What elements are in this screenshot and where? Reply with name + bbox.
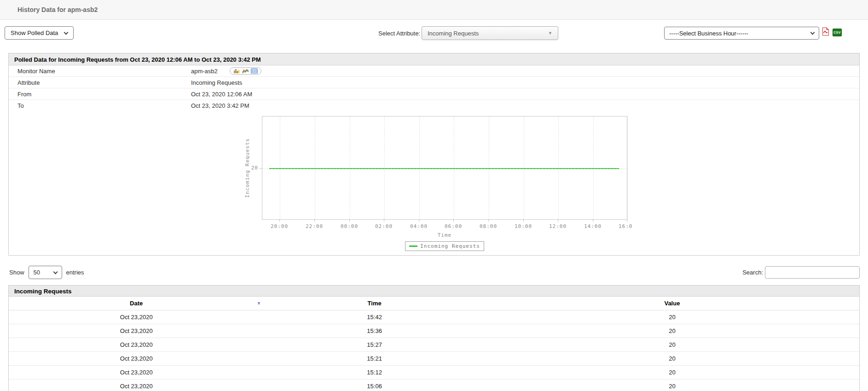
x-tick-label: 12:00 (540, 223, 575, 229)
to-value: Oct 23, 2020 3:42 PM (191, 102, 249, 109)
cell-date: Oct 23,2020 (9, 324, 264, 338)
dropdown-arrow-icon: ▼ (548, 31, 552, 35)
table-row: Oct 23,2020 15:12 20 (9, 365, 859, 379)
legend-label: Incoming Requests (420, 243, 480, 249)
x-tick-mark (349, 220, 350, 222)
x-tick-mark (558, 220, 558, 222)
cell-date: Oct 23,2020 (9, 310, 264, 324)
entries-per-page-select[interactable]: 50 (29, 266, 62, 279)
x-tick-label: 20:00 (262, 223, 297, 229)
cell-date: Oct 23,2020 (9, 351, 264, 365)
x-tick-label: 14:00 (575, 223, 610, 229)
from-value: Oct 23, 2020 12:06 AM (191, 91, 252, 98)
chevron-down-icon (810, 30, 815, 35)
cell-time: 15:21 (264, 351, 485, 365)
x-tick-label: 08:00 (471, 223, 506, 229)
x-tick-mark (419, 220, 419, 222)
chart-y-tick: 20 (242, 165, 258, 171)
table-row: Oct 23,2020 15:27 20 (9, 338, 859, 351)
search-label: Search: (742, 269, 763, 276)
x-tick-label: 04:00 (401, 223, 436, 229)
attribute-select[interactable]: Incoming Requests ▼ (422, 26, 558, 40)
x-tick-label: 02:00 (366, 223, 401, 229)
info-row-monitor-name: Monitor Name apm-asb2 (9, 65, 859, 77)
column-header-time[interactable]: Time (264, 297, 485, 310)
x-tick-label: 06:00 (436, 223, 471, 229)
x-tick-mark (488, 220, 489, 222)
info-label: Attribute (9, 79, 191, 86)
table-header-row: Date ▼ Time Value (9, 297, 859, 310)
cell-time: 15:12 (264, 365, 485, 379)
cell-value: 20 (485, 365, 859, 379)
monitor-view-switcher (230, 67, 261, 75)
table-row: Oct 23,2020 15:36 20 (9, 324, 859, 338)
x-tick-label: 16:00 (610, 223, 632, 229)
table-view-icon[interactable] (251, 68, 258, 74)
gridline (627, 117, 628, 219)
x-tick-mark (523, 220, 524, 222)
x-tick-mark (593, 220, 593, 222)
table-row: Oct 23,2020 15:42 20 (9, 310, 859, 324)
x-tick-mark (314, 220, 315, 222)
polled-data-panel: Polled Data for Incoming Requests from O… (8, 53, 860, 256)
x-tick-mark (627, 220, 627, 222)
chevron-down-icon (53, 269, 58, 274)
cell-time: 15:27 (264, 338, 485, 351)
attribute-select-value: Incoming Requests (428, 30, 479, 37)
show-polled-data-select[interactable]: Show Polled Data (5, 26, 74, 40)
chart-x-axis-label: Time (262, 232, 627, 238)
show-polled-data-value: Show Polled Data (11, 29, 58, 36)
incoming-requests-table-panel: Incoming Requests Date ▼ Time Value Oct … (8, 285, 860, 391)
table-controls-row: Show 50 entries Search: (8, 266, 860, 280)
controls-row: Show Polled Data Select Attribute: Incom… (0, 20, 868, 53)
cell-value: 20 (485, 338, 859, 351)
polled-data-header: Polled Data for Incoming Requests from O… (9, 53, 859, 65)
bar-chart-icon[interactable] (233, 68, 240, 74)
table-row: Oct 23,2020 15:06 20 (9, 379, 859, 391)
cell-value: 20 (485, 379, 859, 391)
info-label: To (9, 102, 191, 109)
page-header: History Data for apm-asb2 (0, 0, 868, 20)
table-row: Oct 23,2020 15:21 20 (9, 351, 859, 365)
cell-date: Oct 23,2020 (9, 365, 264, 379)
chart-plot-area (262, 116, 627, 220)
x-tick-mark (384, 220, 384, 222)
incoming-requests-table: Date ▼ Time Value Oct 23,2020 15:42 20 O… (9, 297, 859, 391)
info-row-attribute: Attribute Incoming Requests (9, 77, 859, 88)
column-header-value[interactable]: Value (485, 297, 859, 310)
sort-desc-icon[interactable]: ▼ (256, 301, 261, 306)
x-tick-label: 10:00 (506, 223, 541, 229)
polled-data-chart: Incoming Requests 20 20:00 (9, 111, 632, 255)
show-label: Show (9, 269, 24, 276)
info-row-to: To Oct 23, 2020 3:42 PM (9, 100, 859, 111)
search-input[interactable] (765, 266, 860, 279)
x-tick-label: 22:00 (297, 223, 332, 229)
monitor-name-value: apm-asb2 (191, 68, 218, 75)
cell-time: 15:36 (264, 324, 485, 338)
business-hour-select[interactable]: -----Select Business Hour------ (664, 27, 819, 40)
entries-label: entries (66, 269, 84, 276)
cell-time: 15:42 (264, 310, 485, 324)
cell-date: Oct 23,2020 (9, 338, 264, 351)
x-tick-label: 00:00 (332, 223, 367, 229)
x-tick-mark (453, 220, 454, 222)
select-attribute-label: Select Attribute: (378, 30, 420, 37)
cell-date: Oct 23,2020 (9, 379, 264, 391)
info-label: From (9, 91, 191, 98)
cell-time: 15:06 (264, 379, 485, 391)
entries-per-page-value: 50 (34, 269, 40, 276)
business-hour-value: -----Select Business Hour------ (669, 30, 748, 37)
legend-line-swatch (409, 245, 417, 247)
column-header-date[interactable]: Date ▼ (9, 297, 264, 310)
line-chart-icon[interactable] (242, 68, 249, 74)
incoming-requests-series-line (269, 168, 619, 169)
export-actions: CSV (822, 27, 842, 38)
chevron-down-icon (64, 30, 69, 35)
page-title: History Data for apm-asb2 (0, 0, 868, 13)
pdf-export-icon[interactable] (822, 27, 829, 38)
table-title: Incoming Requests (9, 286, 859, 297)
info-row-from: From Oct 23, 2020 12:06 AM (9, 88, 859, 100)
csv-export-icon[interactable]: CSV (833, 29, 842, 36)
chart-legend: Incoming Requests (262, 240, 627, 251)
cell-value: 20 (485, 351, 859, 365)
